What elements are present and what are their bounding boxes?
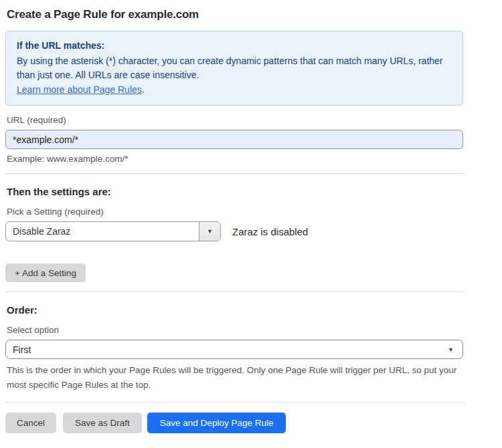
form-container: Create a Page Rule for example.com If th… [0,0,463,433]
order-select-value: First [6,344,448,355]
form-actions: Cancel Save as Draft Save and Deploy Pag… [5,413,463,433]
section-divider [5,402,464,403]
settings-section-heading: Then the settings are: [7,186,462,197]
url-field-label: URL (required) [7,115,462,125]
setting-status-text: Zaraz is disabled [232,226,308,237]
setting-select[interactable]: Disable Zaraz ▼ [5,221,221,241]
page-rule-form: Create a Page Rule for example.com If th… [0,0,502,448]
pick-setting-label: Pick a Setting (required) [7,207,462,217]
chevron-down-icon[interactable]: ▼ [199,222,220,241]
order-select-label: Select option [7,325,462,335]
url-match-info-box: If the URL matches: By using the asteris… [5,31,463,106]
setting-select-value: Disable Zaraz [6,222,199,241]
order-description: This is the order in which your Page Rul… [7,363,462,393]
order-select[interactable]: First ▼ [5,340,463,359]
info-box-heading: If the URL matches: [17,39,452,53]
info-box-body: By using the asterisk (*) character, you… [17,54,445,83]
info-box-link-line: Learn more about Page Rules. [17,83,452,98]
link-suffix: . [142,84,145,95]
url-input[interactable] [5,130,463,149]
save-and-deploy-button[interactable]: Save and Deploy Page Rule [147,413,286,433]
cancel-button[interactable]: Cancel [5,413,56,433]
section-divider [5,292,464,292]
chevron-down-icon: ▼ [448,346,463,353]
add-setting-button[interactable]: + Add a Setting [5,263,86,282]
page-title: Create a Page Rule for example.com [7,8,463,21]
url-example-help: Example: www.example.com/* [7,154,462,164]
save-as-draft-button[interactable]: Save as Draft [63,413,142,433]
setting-row: Disable Zaraz ▼ Zaraz is disabled [5,221,463,241]
order-section-heading: Order: [7,304,462,316]
learn-more-link[interactable]: Learn more about Page Rules [17,84,142,95]
section-divider [5,173,464,174]
